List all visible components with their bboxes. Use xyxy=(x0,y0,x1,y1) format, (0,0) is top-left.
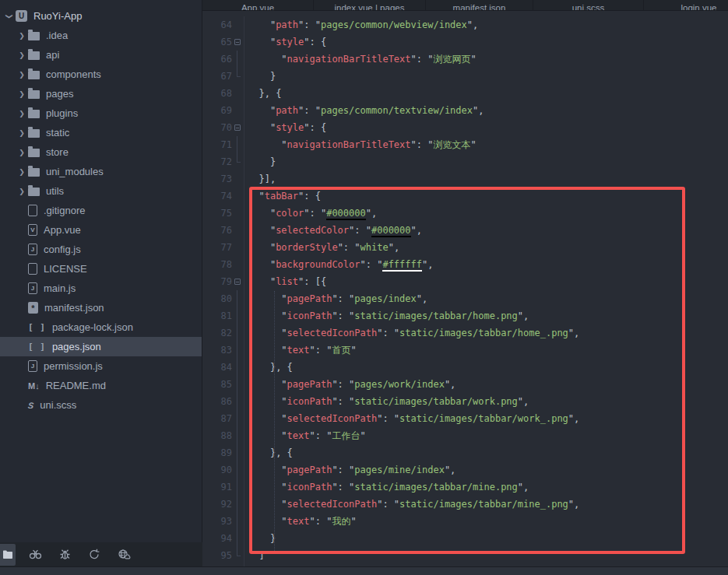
code-editor[interactable]: 64 "path": "pages/common/webview/index",… xyxy=(202,11,728,566)
editor-tab-manifest-json[interactable]: manifest.json xyxy=(426,0,533,11)
line-number: 75 xyxy=(202,205,232,222)
code-line-84[interactable]: 84 }, { xyxy=(202,359,728,376)
fold-collapse-icon[interactable] xyxy=(234,279,241,285)
tree-item-manifest-json[interactable]: *manifest.json xyxy=(0,298,202,317)
code-line-88[interactable]: 88 "text": "工作台" xyxy=(202,427,728,444)
json-brackets-icon: [ ] xyxy=(28,342,46,352)
tree-item-utils[interactable]: utils xyxy=(0,181,202,201)
code-line-77[interactable]: 77 "borderStyle": "white", xyxy=(202,239,728,256)
code-line-78[interactable]: 78 "backgroundColor": "#ffffff", xyxy=(202,256,728,273)
folder-icon xyxy=(28,32,40,40)
tree-item-plugins[interactable]: plugins xyxy=(0,103,202,123)
editor-tab-app-vue[interactable]: App.vue xyxy=(202,0,314,11)
tree-item-uni-modules[interactable]: uni_modules xyxy=(0,162,202,181)
fold-column xyxy=(232,239,244,256)
code-line-82[interactable]: 82 "selectedIconPath": "static/images/ta… xyxy=(202,324,728,342)
tree-item-pages-json[interactable]: [ ]pages.json xyxy=(0,337,202,356)
code-line-66[interactable]: 66 "navigationBarTitleText": "浏览网页" xyxy=(202,51,728,68)
fold-column xyxy=(232,102,244,119)
fold-column xyxy=(232,359,244,376)
chevron-down-icon[interactable] xyxy=(3,12,16,20)
code-line-79[interactable]: 79 "list": [{ xyxy=(202,273,728,290)
line-number: 78 xyxy=(202,256,232,273)
fold-column xyxy=(232,307,244,324)
code-line-81[interactable]: 81 "iconPath": "static/images/tabbar/hom… xyxy=(202,307,728,324)
folder-icon xyxy=(28,110,40,118)
code-line-65[interactable]: 65 "style": { xyxy=(202,33,728,51)
tree-item-main-js[interactable]: Jmain.js xyxy=(0,279,202,298)
chevron-right-icon[interactable] xyxy=(16,168,28,176)
chevron-right-icon[interactable] xyxy=(16,129,28,137)
fold-collapse-icon[interactable] xyxy=(234,39,241,45)
line-number: 87 xyxy=(202,410,232,427)
code-line-67[interactable]: 67 } xyxy=(202,68,728,85)
code-line-69[interactable]: 69 "path": "pages/common/textview/index"… xyxy=(202,102,728,119)
code-line-75[interactable]: 75 "color": "#000000", xyxy=(202,205,728,222)
code-line-80[interactable]: 80 "pagePath": "pages/index", xyxy=(202,290,728,307)
folder-icon xyxy=(28,129,40,138)
project-tool-icon[interactable] xyxy=(0,544,16,566)
tree-item-uni-scss[interactable]: Suni.scss xyxy=(0,395,202,415)
tree-item-license[interactable]: LICENSE xyxy=(0,259,202,279)
ide-window: URuoYi-App.ideaapicomponentspagesplugins… xyxy=(0,0,728,575)
editor-tab-uni-scss[interactable]: uni.scss xyxy=(533,0,644,11)
code-line-73[interactable]: 73 }], xyxy=(202,170,728,188)
code-line-89[interactable]: 89 }, { xyxy=(202,444,728,461)
chevron-right-icon[interactable] xyxy=(16,188,28,195)
reload-icon[interactable] xyxy=(84,545,104,565)
code-line-91[interactable]: 91 "iconPath": "static/images/tabbar/min… xyxy=(202,479,728,496)
code-line-71[interactable]: 71 "navigationBarTitleText": "浏览文本" xyxy=(202,136,728,153)
code-line-92[interactable]: 92 "selectedIconPath": "static/images/ta… xyxy=(202,496,728,513)
tree-item-package-lock-json[interactable]: [ ]package-lock.json xyxy=(0,317,202,337)
code-line-85[interactable]: 85 "pagePath": "pages/work/index", xyxy=(202,376,728,393)
code-line-87[interactable]: 87 "selectedIconPath": "static/images/ta… xyxy=(202,410,728,427)
tree-item-config-js[interactable]: Jconfig.js xyxy=(0,240,202,259)
tree-item-app-vue[interactable]: VApp.vue xyxy=(0,220,202,240)
search-everywhere-icon[interactable] xyxy=(25,545,45,565)
code-line-76[interactable]: 76 "selectedColor": "#000000", xyxy=(202,222,728,239)
fold-column xyxy=(232,85,244,102)
code-line-90[interactable]: 90 "pagePath": "pages/mine/index", xyxy=(202,461,728,479)
tree-item-ruoyi-app[interactable]: URuoYi-App xyxy=(0,6,202,26)
tree-item--gitignore[interactable]: .gitignore xyxy=(0,201,202,220)
code-line-93[interactable]: 93 "text": "我的" xyxy=(202,513,728,530)
fold-collapse-icon[interactable] xyxy=(234,124,241,131)
chevron-right-icon[interactable] xyxy=(16,110,28,117)
tree-item-components[interactable]: components xyxy=(0,65,202,84)
editor-tab-login-vue[interactable]: login.vue xyxy=(644,0,728,11)
code-line-72[interactable]: 72 } xyxy=(202,153,728,170)
chevron-right-icon[interactable] xyxy=(16,71,28,79)
tree-item-permission-js[interactable]: Jpermission.js xyxy=(0,356,202,376)
network-cloud-icon[interactable] xyxy=(114,545,134,565)
chevron-right-icon[interactable] xyxy=(16,32,28,40)
code-line-95[interactable]: 95 ] xyxy=(202,547,728,564)
tree-item-readme-md[interactable]: M↓README.md xyxy=(0,376,202,395)
code-text: "style": { xyxy=(244,119,728,136)
fold-column xyxy=(232,205,244,222)
code-text: "pagePath": "pages/work/index", xyxy=(244,376,728,393)
code-line-74[interactable]: 74 "tabBar": { xyxy=(202,188,728,205)
code-line-70[interactable]: 70 "style": { xyxy=(202,119,728,136)
tree-item-api[interactable]: api xyxy=(0,45,202,65)
chevron-right-icon[interactable] xyxy=(16,90,28,98)
code-text: "iconPath": "static/images/tabbar/work.p… xyxy=(244,393,728,410)
code-text: ] xyxy=(244,547,728,564)
code-line-64[interactable]: 64 "path": "pages/common/webview/index", xyxy=(202,16,728,33)
tree-item-pages[interactable]: pages xyxy=(0,84,202,103)
tree-item-static[interactable]: static xyxy=(0,123,202,142)
line-number: 88 xyxy=(202,427,232,444)
code-line-83[interactable]: 83 "text": "首页" xyxy=(202,342,728,359)
code-line-94[interactable]: 94 } xyxy=(202,530,728,547)
fold-column xyxy=(232,444,244,461)
editor-tab-index-vue-pages[interactable]: index.vue | pages xyxy=(314,0,426,11)
fold-column xyxy=(232,410,244,427)
code-line-86[interactable]: 86 "iconPath": "static/images/tabbar/wor… xyxy=(202,393,728,410)
tree-item--idea[interactable]: .idea xyxy=(0,26,202,45)
tree-item-label: config.js xyxy=(44,244,81,255)
code-text: "iconPath": "static/images/tabbar/mine.p… xyxy=(244,479,728,496)
chevron-right-icon[interactable] xyxy=(16,149,28,156)
tree-item-store[interactable]: store xyxy=(0,142,202,162)
chevron-right-icon[interactable] xyxy=(16,51,28,59)
code-line-68[interactable]: 68 }, { xyxy=(202,85,728,102)
debug-icon[interactable] xyxy=(55,545,75,565)
